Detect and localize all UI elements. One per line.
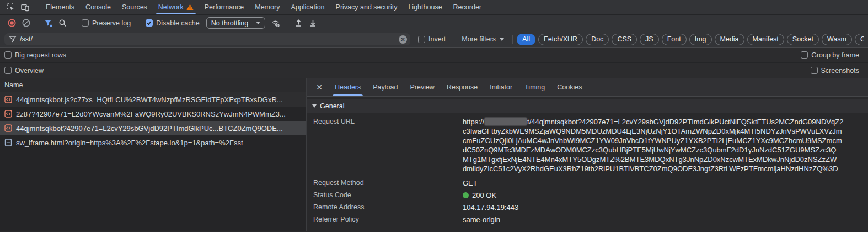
detail-tab-bar: ✕ HeadersPayloadPreviewResponseInitiator… xyxy=(307,78,868,97)
request-row[interactable]: 44qjmntsqkbot?42907e71=L2cvY29sbGVjdD92P… xyxy=(0,121,306,135)
screenshots-checkbox[interactable]: Screenshots xyxy=(811,67,859,75)
filter-pill-img[interactable]: Img xyxy=(689,34,712,45)
options-row-1: Big request rows Group by frame xyxy=(0,48,868,63)
request-url-row: Request URL https://t/44qjmntsqkbot?4290… xyxy=(307,117,868,173)
device-toolbar-icon[interactable] xyxy=(18,0,32,14)
field-value-text: 104.17.94.19:443 xyxy=(463,203,518,212)
big-request-rows-label: Big request rows xyxy=(15,51,66,59)
triangle-down-icon xyxy=(312,104,317,108)
checkbox-unchecked[interactable] xyxy=(4,51,12,59)
filter-pill-doc[interactable]: Doc xyxy=(586,34,609,45)
inspect-element-icon[interactable] xyxy=(3,0,18,14)
tab-sources[interactable]: Sources xyxy=(116,0,153,14)
detail-tab-cookies[interactable]: Cookies xyxy=(551,78,588,96)
network-conditions-icon[interactable] xyxy=(269,16,283,30)
export-har-icon[interactable] xyxy=(306,16,320,30)
big-request-rows-checkbox[interactable]: Big request rows xyxy=(4,51,66,59)
tab-recorder[interactable]: Recorder xyxy=(448,0,487,14)
field-value: 200 OK xyxy=(463,191,868,199)
search-icon[interactable] xyxy=(56,16,70,30)
filter-pill-font[interactable]: Font xyxy=(662,34,687,45)
options-row-2: Overview Screenshots xyxy=(0,63,868,78)
filter-icon[interactable] xyxy=(41,16,56,30)
request-url-label: Request URL xyxy=(307,117,463,126)
preserve-log-checkbox[interactable]: Preserve log xyxy=(82,19,131,27)
detail-tab-payload[interactable]: Payload xyxy=(367,78,404,96)
close-icon[interactable]: ✕ xyxy=(312,80,326,94)
request-url-value[interactable]: https://t/44qjmntsqkbot?42907e71=L2cvY29… xyxy=(463,117,868,173)
url-scheme: https:// xyxy=(463,118,484,126)
chevron-down-icon xyxy=(500,38,504,41)
field-row-request-method: Request MethodGET xyxy=(307,177,868,189)
detail-tab-preview[interactable]: Preview xyxy=(404,78,440,96)
tab-lighthouse[interactable]: Lighthouse xyxy=(403,0,447,14)
filter-pill-css[interactable]: CSS xyxy=(612,34,637,45)
tab-label: Performance xyxy=(205,3,244,11)
field-label: Remote Address xyxy=(307,203,463,212)
name-column-header[interactable]: Name xyxy=(0,78,306,92)
filter-pill-js[interactable]: JS xyxy=(640,34,659,45)
preserve-log-label: Preserve log xyxy=(92,19,131,27)
request-row[interactable]: 2z87?42907e71=L2d0YWcvanM%2FaWQ9Ry02UVBK… xyxy=(0,107,306,121)
filter-pill-socket[interactable]: Socket xyxy=(787,34,819,45)
throttling-value: No throttling xyxy=(211,19,248,27)
url-line: MTg1MTgxfjExNjE4NTE4Mn4xMTY5ODgzMTZ%2BMT… xyxy=(463,155,868,164)
panel-tabs: ElementsConsoleSourcesNetworkPerformance… xyxy=(40,0,487,14)
checkbox-checked[interactable] xyxy=(146,19,153,27)
filter-pill-fetch-xhr[interactable]: Fetch/XHR xyxy=(538,34,583,45)
overview-checkbox[interactable]: Overview xyxy=(4,67,44,75)
filter-pill-other[interactable]: Other xyxy=(855,34,864,45)
checkbox-unchecked[interactable] xyxy=(4,67,12,74)
tab-performance[interactable]: Performance xyxy=(199,0,250,14)
redacted-host xyxy=(485,118,527,125)
detail-tab-response[interactable]: Response xyxy=(441,78,484,96)
divider xyxy=(287,19,287,28)
field-label: Status Code xyxy=(307,191,463,200)
detail-tab-timing[interactable]: Timing xyxy=(518,78,551,96)
checkbox-unchecked[interactable] xyxy=(82,19,89,27)
overview-label: Overview xyxy=(15,67,44,75)
filter-pill-all[interactable]: All xyxy=(517,34,535,45)
throttling-dropdown[interactable]: No throttling xyxy=(206,17,265,29)
filter-query-text[interactable]: /sst/ xyxy=(20,35,395,43)
filter-input[interactable]: /sst/ ✕ xyxy=(4,33,410,45)
url-line: cmFuZCUzQjI0LjAuMC4wJnVhbWI9MCZ1YW09JnVh… xyxy=(463,136,868,145)
document-file-icon xyxy=(4,139,12,146)
filter-pill-media[interactable]: Media xyxy=(715,34,744,45)
filter-pill-manifest[interactable]: Manifest xyxy=(747,34,784,45)
disable-cache-checkbox[interactable]: Disable cache xyxy=(146,19,200,27)
filter-pill-wasm[interactable]: Wasm xyxy=(822,34,852,45)
record-network-log-button[interactable] xyxy=(4,16,19,30)
request-row[interactable]: sw_iframe.html?origin=https%3A%2F%2Fstap… xyxy=(0,135,306,150)
general-section-label: General xyxy=(320,102,344,110)
url-wrapped-lines: c3IwaGFtbyZkbWE9MSZjaWQ9NDM5MDUzMDU4LjE3… xyxy=(463,126,868,173)
clear-network-log-button[interactable] xyxy=(19,16,33,30)
checkbox-unchecked[interactable] xyxy=(418,36,425,43)
field-row-remote-address: Remote Address104.17.94.19:443 xyxy=(307,201,868,213)
import-har-icon[interactable] xyxy=(291,16,306,30)
tab-console[interactable]: Console xyxy=(80,0,116,14)
script-file-icon xyxy=(4,110,12,118)
tab-memory[interactable]: Memory xyxy=(249,0,285,14)
checkbox-unchecked[interactable] xyxy=(801,51,808,59)
general-field-rows: Request MethodGETStatus Code200 OKRemote… xyxy=(307,177,868,225)
checkbox-unchecked[interactable] xyxy=(811,67,818,74)
field-row-referrer-policy: Referrer Policysame-origin xyxy=(307,213,868,225)
url-line-1: https://t/44qjmntsqkbot?42907e71=L2cvY29… xyxy=(463,117,868,126)
request-detail-pane: ✕ HeadersPayloadPreviewResponseInitiator… xyxy=(307,78,868,231)
general-section-header[interactable]: General xyxy=(307,99,868,113)
tab-label: Elements xyxy=(46,3,74,11)
clear-filter-icon[interactable]: ✕ xyxy=(399,35,407,44)
group-by-frame-checkbox[interactable]: Group by frame xyxy=(801,51,859,59)
request-name: 2z87?42907e71=L2d0YWcvanM%2FaWQ9Ry02UVBK… xyxy=(16,110,286,118)
detail-tab-headers[interactable]: Headers xyxy=(329,78,367,96)
more-filters-button[interactable]: More filters xyxy=(462,35,504,43)
divider xyxy=(138,19,138,28)
detail-tab-initiator[interactable]: Initiator xyxy=(484,78,518,96)
invert-checkbox[interactable]: Invert xyxy=(418,35,446,43)
tab-network[interactable]: Network xyxy=(153,0,199,14)
tab-privacy-and-security[interactable]: Privacy and security xyxy=(330,0,403,14)
request-row[interactable]: 44qjmntsqkbot.js?c77xs=HQtfLCU%2BWT4wNzp… xyxy=(0,92,306,107)
tab-elements[interactable]: Elements xyxy=(40,0,80,14)
tab-application[interactable]: Application xyxy=(285,0,330,14)
